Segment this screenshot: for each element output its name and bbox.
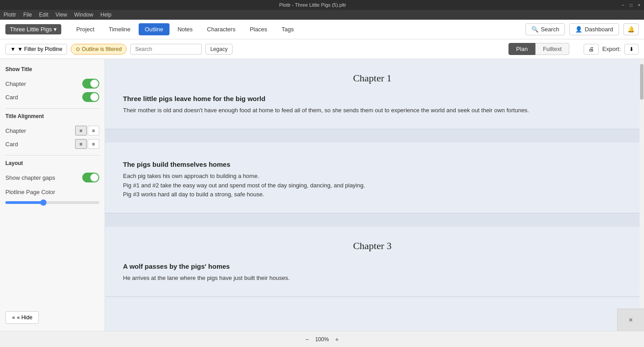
tab-project[interactable]: Project bbox=[70, 23, 101, 35]
hide-button[interactable]: « « Hide bbox=[5, 311, 39, 324]
zoom-level: 100% bbox=[315, 336, 329, 343]
color-slider-container bbox=[5, 196, 99, 209]
scrollbar[interactable] bbox=[640, 59, 644, 331]
card-1-1-title: Three little pigs leave home for the big… bbox=[123, 95, 622, 102]
minimize-btn[interactable]: − bbox=[622, 3, 624, 8]
chapter-1-title: Chapter 1 bbox=[123, 72, 622, 84]
show-title-heading: Show Title bbox=[5, 66, 99, 72]
tab-fulltext[interactable]: Fulltext bbox=[535, 43, 569, 55]
card-label: Card bbox=[5, 94, 18, 101]
menu-window[interactable]: Window bbox=[74, 12, 93, 18]
chapter-align-row: Chapter ≡ ≡ bbox=[5, 124, 99, 137]
card-3-1-text: He arrives at the lane where the pigs ha… bbox=[123, 274, 622, 283]
panel-close-button[interactable]: × bbox=[629, 316, 633, 324]
card-2-1-text: Each pig takes his own approach to build… bbox=[123, 172, 622, 199]
filter-by-plotline-button[interactable]: ▼ ▼ Filter by Plotline bbox=[5, 44, 67, 55]
chapter-block-3: Chapter 3 A wolf passes by the pigs' hom… bbox=[105, 227, 640, 297]
outline-content[interactable]: Chapter 1 Three little pigs leave home f… bbox=[105, 59, 640, 331]
menu-view[interactable]: View bbox=[55, 12, 67, 18]
menu-file[interactable]: File bbox=[23, 12, 32, 18]
card-2-1-title: The pigs build themselves homes bbox=[123, 161, 622, 168]
view-tabs: Plan Fulltext bbox=[508, 43, 569, 55]
card-align-row: Card ≡ ≡ bbox=[5, 137, 99, 151]
project-button[interactable]: Three Little Pigs ▾ bbox=[5, 24, 61, 34]
chapter-3-title: Chapter 3 bbox=[123, 240, 622, 252]
title-alignment-section: Title Alignment Chapter ≡ ≡ Card ≡ ≡ bbox=[5, 113, 99, 151]
tab-timeline[interactable]: Timeline bbox=[102, 23, 137, 35]
card-3-1-title: A wolf passes by the pigs' homes bbox=[123, 262, 622, 270]
bottom-bar: − 100% + bbox=[0, 331, 644, 347]
menu-bar: Plottr File Edit View Window Help bbox=[0, 10, 644, 20]
show-chapter-gaps-row: Show chapter gaps bbox=[5, 171, 99, 184]
bottom-right-panel: × bbox=[617, 309, 644, 331]
filter-icon: ▼ bbox=[10, 46, 16, 52]
layout-heading: Layout bbox=[5, 160, 99, 166]
chapter-block-1: Chapter 1 Three little pigs leave home f… bbox=[105, 59, 640, 129]
card-1-1: Three little pigs leave home for the big… bbox=[123, 95, 622, 115]
search-button[interactable]: 🔍 Search bbox=[525, 23, 565, 35]
window-title: Plottr - Three Little Pigs (5).pltr bbox=[4, 2, 622, 8]
tab-places[interactable]: Places bbox=[243, 23, 273, 35]
chapter-label: Chapter bbox=[5, 80, 26, 87]
chapter-title-toggle[interactable] bbox=[82, 79, 99, 89]
chapter-toggle-row: Chapter bbox=[5, 77, 99, 90]
print-icon: 🖨 bbox=[589, 46, 594, 52]
card-align-label: Card bbox=[5, 141, 18, 148]
card-align-left[interactable]: ≡ bbox=[75, 139, 87, 149]
card-1-1-text: Their mother is old and doesn't have eno… bbox=[123, 106, 622, 115]
chapter-align-label: Chapter bbox=[5, 127, 26, 134]
tab-plan[interactable]: Plan bbox=[508, 43, 535, 55]
menu-help[interactable]: Help bbox=[101, 12, 112, 18]
notifications-button[interactable]: 🔔 bbox=[623, 23, 639, 35]
show-title-section: Show Title Chapter Card bbox=[5, 66, 99, 104]
bell-icon: 🔔 bbox=[627, 26, 635, 33]
chapter-align-right[interactable]: ≡ bbox=[88, 126, 99, 135]
download-button[interactable]: ⬇ bbox=[624, 44, 639, 55]
tab-outline[interactable]: Outline bbox=[139, 23, 169, 35]
menu-edit[interactable]: Edit bbox=[39, 12, 48, 18]
export-label: Export: bbox=[602, 46, 621, 52]
legacy-button[interactable]: Legacy bbox=[205, 44, 233, 55]
card-3-1: A wolf passes by the pigs' homes He arri… bbox=[123, 262, 622, 283]
dashboard-icon: 👤 bbox=[575, 26, 582, 33]
search-icon: 🔍 bbox=[531, 26, 538, 33]
chapter-align-buttons: ≡ ≡ bbox=[75, 126, 99, 135]
hide-arrows-icon: « bbox=[12, 314, 15, 321]
menu-plottr[interactable]: Plottr bbox=[4, 12, 16, 18]
search-input[interactable] bbox=[130, 44, 202, 55]
plotline-page-color-label: Plotline Page Color bbox=[5, 189, 55, 195]
print-button[interactable]: 🖨 bbox=[584, 44, 599, 55]
card-align-right[interactable]: ≡ bbox=[88, 139, 99, 149]
zoom-in-button[interactable]: + bbox=[332, 335, 341, 344]
plotline-page-color-row: Plotline Page Color bbox=[5, 188, 99, 209]
title-bar: Plottr - Three Little Pigs (5).pltr − □ … bbox=[0, 0, 644, 10]
outline-filtered-badge[interactable]: ⊙ Outline is filtered bbox=[71, 44, 127, 55]
main-area: Show Title Chapter Card Title Alignment … bbox=[0, 59, 644, 331]
chapter-align-left[interactable]: ≡ bbox=[75, 126, 87, 135]
chapter-gap-2-3 bbox=[105, 213, 640, 227]
show-chapter-gaps-label: Show chapter gaps bbox=[5, 174, 55, 181]
chapter-block-2: The pigs build themselves homes Each pig… bbox=[105, 143, 640, 213]
card-title-toggle[interactable] bbox=[82, 92, 99, 102]
tab-notes[interactable]: Notes bbox=[171, 23, 199, 35]
chapter-gap-1-2 bbox=[105, 129, 640, 143]
card-align-buttons: ≡ ≡ bbox=[75, 139, 99, 149]
maximize-btn[interactable]: □ bbox=[630, 3, 632, 8]
scrollbar-thumb[interactable] bbox=[640, 64, 644, 100]
color-slider[interactable] bbox=[5, 201, 99, 204]
close-btn[interactable]: × bbox=[638, 3, 640, 8]
card-toggle-row: Card bbox=[5, 90, 99, 104]
show-chapter-gaps-toggle[interactable] bbox=[82, 173, 99, 182]
tab-tags[interactable]: Tags bbox=[275, 23, 300, 35]
toolbar: ▼ ▼ Filter by Plotline ⊙ Outline is filt… bbox=[0, 39, 644, 59]
dashboard-button[interactable]: 👤 Dashboard bbox=[569, 23, 619, 35]
window-controls[interactable]: − □ × bbox=[622, 3, 640, 8]
download-icon: ⬇ bbox=[629, 46, 634, 52]
tab-characters[interactable]: Characters bbox=[201, 23, 242, 35]
title-alignment-heading: Title Alignment bbox=[5, 113, 99, 119]
card-2-1: The pigs build themselves homes Each pig… bbox=[123, 161, 622, 199]
sidebar-panel: Show Title Chapter Card Title Alignment … bbox=[0, 59, 105, 331]
zoom-out-button[interactable]: − bbox=[302, 335, 311, 344]
nav-bar: Three Little Pigs ▾ Project Timeline Out… bbox=[0, 20, 644, 39]
layout-section: Layout Show chapter gaps Plotline Page C… bbox=[5, 160, 99, 209]
